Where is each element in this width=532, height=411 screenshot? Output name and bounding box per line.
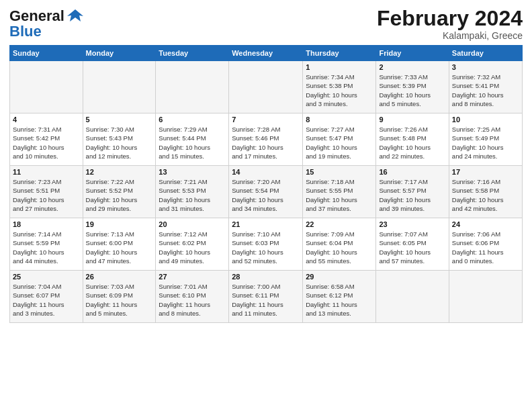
- calendar-header-row: Sunday Monday Tuesday Wednesday Thursday…: [10, 46, 523, 61]
- day-info: Sunrise: 7:07 AMSunset: 6:05 PMDaylight:…: [379, 230, 445, 265]
- day-number: 25: [13, 273, 80, 281]
- table-row: 5Sunrise: 7:30 AMSunset: 5:43 PMDaylight…: [83, 113, 156, 166]
- table-row: [376, 271, 449, 323]
- day-number: 28: [232, 273, 300, 281]
- day-number: 23: [379, 220, 445, 228]
- table-row: 4Sunrise: 7:31 AMSunset: 5:42 PMDaylight…: [10, 113, 83, 166]
- logo: General Blue: [9, 7, 85, 40]
- table-row: 18Sunrise: 7:14 AMSunset: 5:59 PMDayligh…: [10, 218, 83, 271]
- calendar-week-row: 1Sunrise: 7:34 AMSunset: 5:38 PMDaylight…: [10, 61, 523, 113]
- table-row: [156, 61, 229, 113]
- table-row: 1Sunrise: 7:34 AMSunset: 5:38 PMDaylight…: [303, 61, 376, 113]
- table-row: 8Sunrise: 7:27 AMSunset: 5:47 PMDaylight…: [303, 113, 376, 166]
- table-row: 23Sunrise: 7:07 AMSunset: 6:05 PMDayligh…: [376, 218, 449, 271]
- table-row: 24Sunrise: 7:06 AMSunset: 6:06 PMDayligh…: [449, 218, 522, 271]
- day-number: 15: [306, 168, 373, 176]
- day-number: 14: [232, 168, 300, 176]
- col-thursday: Thursday: [303, 46, 376, 61]
- calendar-week-row: 11Sunrise: 7:23 AMSunset: 5:51 PMDayligh…: [10, 166, 523, 218]
- day-info: Sunrise: 7:21 AMSunset: 5:53 PMDaylight:…: [159, 177, 226, 213]
- day-info: Sunrise: 7:13 AMSunset: 6:00 PMDaylight:…: [86, 230, 153, 265]
- col-saturday: Saturday: [449, 46, 522, 61]
- table-row: [449, 271, 522, 323]
- table-row: 10Sunrise: 7:25 AMSunset: 5:49 PMDayligh…: [449, 113, 522, 166]
- day-number: 18: [13, 220, 80, 228]
- day-number: 16: [379, 168, 445, 176]
- day-info: Sunrise: 7:09 AMSunset: 6:04 PMDaylight:…: [306, 230, 373, 265]
- table-row: 7Sunrise: 7:28 AMSunset: 5:46 PMDaylight…: [229, 113, 303, 166]
- day-info: Sunrise: 7:14 AMSunset: 5:59 PMDaylight:…: [13, 230, 80, 265]
- day-info: Sunrise: 7:27 AMSunset: 5:47 PMDaylight:…: [306, 125, 373, 161]
- day-info: Sunrise: 7:20 AMSunset: 5:54 PMDaylight:…: [232, 177, 300, 213]
- day-number: 1: [306, 63, 373, 71]
- day-number: 21: [232, 220, 300, 228]
- day-number: 11: [13, 168, 80, 176]
- day-number: 24: [452, 220, 519, 228]
- day-number: 9: [379, 116, 445, 124]
- day-info: Sunrise: 7:04 AMSunset: 6:07 PMDaylight:…: [13, 282, 80, 318]
- day-info: Sunrise: 7:12 AMSunset: 6:02 PMDaylight:…: [159, 230, 226, 265]
- day-number: 4: [13, 116, 80, 124]
- day-info: Sunrise: 7:10 AMSunset: 6:03 PMDaylight:…: [232, 230, 300, 265]
- day-info: Sunrise: 7:17 AMSunset: 5:57 PMDaylight:…: [379, 177, 445, 213]
- table-row: 16Sunrise: 7:17 AMSunset: 5:57 PMDayligh…: [376, 166, 449, 218]
- table-row: 11Sunrise: 7:23 AMSunset: 5:51 PMDayligh…: [10, 166, 83, 218]
- table-row: 2Sunrise: 7:33 AMSunset: 5:39 PMDaylight…: [376, 61, 449, 113]
- table-row: 26Sunrise: 7:03 AMSunset: 6:09 PMDayligh…: [83, 271, 156, 323]
- day-info: Sunrise: 7:28 AMSunset: 5:46 PMDaylight:…: [232, 125, 300, 161]
- day-info: Sunrise: 7:18 AMSunset: 5:55 PMDaylight:…: [306, 177, 373, 213]
- day-info: Sunrise: 7:33 AMSunset: 5:39 PMDaylight:…: [379, 73, 445, 108]
- title-area: February 2024 Kalampaki, Greece: [377, 7, 523, 41]
- table-row: 25Sunrise: 7:04 AMSunset: 6:07 PMDayligh…: [10, 271, 83, 323]
- day-info: Sunrise: 7:26 AMSunset: 5:48 PMDaylight:…: [379, 125, 445, 161]
- day-number: 26: [86, 273, 153, 281]
- calendar-week-row: 25Sunrise: 7:04 AMSunset: 6:07 PMDayligh…: [10, 271, 523, 323]
- day-info: Sunrise: 7:31 AMSunset: 5:42 PMDaylight:…: [13, 125, 80, 161]
- table-row: [229, 61, 303, 113]
- location-subtitle: Kalampaki, Greece: [377, 30, 523, 41]
- table-row: 6Sunrise: 7:29 AMSunset: 5:44 PMDaylight…: [156, 113, 229, 166]
- month-title: February 2024: [377, 7, 523, 30]
- day-number: 27: [159, 273, 226, 281]
- table-row: 22Sunrise: 7:09 AMSunset: 6:04 PMDayligh…: [303, 218, 376, 271]
- day-number: 12: [86, 168, 153, 176]
- day-info: Sunrise: 7:25 AMSunset: 5:49 PMDaylight:…: [452, 125, 519, 161]
- table-row: [83, 61, 156, 113]
- logo-blue: Blue: [9, 23, 42, 40]
- day-info: Sunrise: 7:03 AMSunset: 6:09 PMDaylight:…: [86, 282, 153, 318]
- table-row: 9Sunrise: 7:26 AMSunset: 5:48 PMDaylight…: [376, 113, 449, 166]
- day-number: 29: [306, 273, 373, 281]
- day-number: 2: [379, 63, 445, 71]
- col-sunday: Sunday: [10, 46, 83, 61]
- day-info: Sunrise: 7:06 AMSunset: 6:06 PMDaylight:…: [452, 230, 519, 265]
- day-info: Sunrise: 7:00 AMSunset: 6:11 PMDaylight:…: [232, 282, 300, 318]
- day-number: 3: [452, 63, 519, 71]
- day-number: 7: [232, 116, 300, 124]
- day-number: 8: [306, 116, 373, 124]
- page-header: General Blue February 2024 Kalampaki, Gr…: [9, 7, 523, 41]
- col-friday: Friday: [376, 46, 449, 61]
- day-info: Sunrise: 7:30 AMSunset: 5:43 PMDaylight:…: [86, 125, 153, 161]
- table-row: 17Sunrise: 7:16 AMSunset: 5:58 PMDayligh…: [449, 166, 522, 218]
- table-row: 29Sunrise: 6:58 AMSunset: 6:12 PMDayligh…: [303, 271, 376, 323]
- day-number: 5: [86, 116, 153, 124]
- day-number: 17: [452, 168, 519, 176]
- table-row: 19Sunrise: 7:13 AMSunset: 6:00 PMDayligh…: [83, 218, 156, 271]
- calendar-table: Sunday Monday Tuesday Wednesday Thursday…: [9, 45, 523, 323]
- day-info: Sunrise: 7:34 AMSunset: 5:38 PMDaylight:…: [306, 73, 373, 108]
- table-row: 15Sunrise: 7:18 AMSunset: 5:55 PMDayligh…: [303, 166, 376, 218]
- svg-marker-0: [67, 9, 83, 21]
- logo-bird-icon: [66, 7, 85, 26]
- table-row: 12Sunrise: 7:22 AMSunset: 5:52 PMDayligh…: [83, 166, 156, 218]
- day-number: 10: [452, 116, 519, 124]
- day-info: Sunrise: 7:23 AMSunset: 5:51 PMDaylight:…: [13, 177, 80, 213]
- day-info: Sunrise: 7:22 AMSunset: 5:52 PMDaylight:…: [86, 177, 153, 213]
- day-info: Sunrise: 7:01 AMSunset: 6:10 PMDaylight:…: [159, 282, 226, 318]
- table-row: 27Sunrise: 7:01 AMSunset: 6:10 PMDayligh…: [156, 271, 229, 323]
- table-row: 20Sunrise: 7:12 AMSunset: 6:02 PMDayligh…: [156, 218, 229, 271]
- day-number: 13: [159, 168, 226, 176]
- table-row: 3Sunrise: 7:32 AMSunset: 5:41 PMDaylight…: [449, 61, 522, 113]
- day-number: 20: [159, 220, 226, 228]
- day-number: 6: [159, 116, 226, 124]
- table-row: 13Sunrise: 7:21 AMSunset: 5:53 PMDayligh…: [156, 166, 229, 218]
